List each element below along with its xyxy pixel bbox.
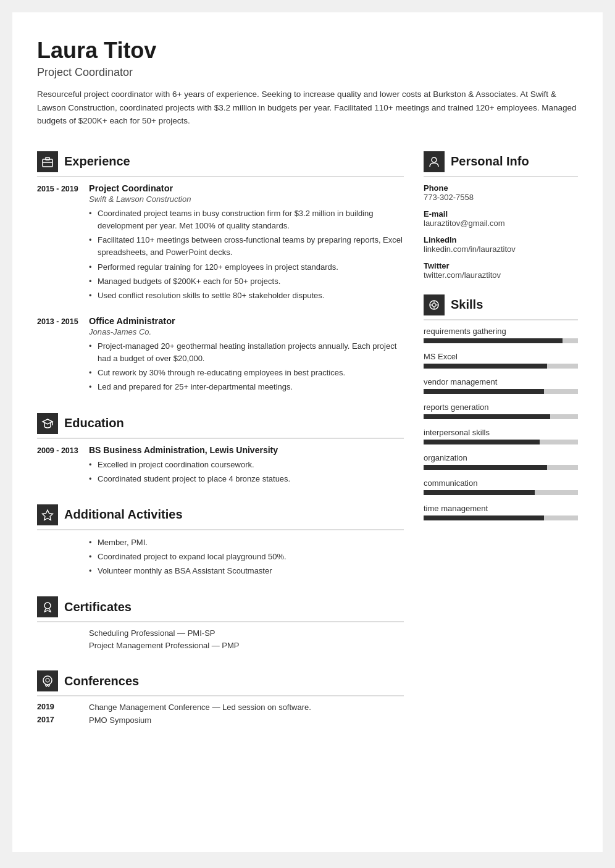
job-bullets-1: Coordinated project teams in busy constr…: [89, 207, 404, 302]
skill-bar-bg: [424, 440, 578, 444]
personal-info-title: Personal Info: [451, 154, 529, 169]
skill-bar-bg: [424, 364, 578, 369]
activities-header: Additional Activities: [37, 504, 404, 530]
certificates-section: Certificates Scheduling Professional — P…: [37, 596, 404, 653]
cert-item-2: Project Management Professional — PMP: [89, 641, 404, 650]
svg-marker-5: [43, 510, 53, 520]
skill-name: time management: [424, 504, 578, 513]
linkedin-label: LinkedIn: [424, 235, 578, 244]
phone-value: 773-302-7558: [424, 193, 578, 202]
skill-item-5: organization: [424, 453, 578, 470]
job-entry-2: 2013 - 2015 Office Administrator Jonas-J…: [37, 316, 404, 396]
experience-header: Experience: [37, 151, 404, 177]
email-label: E-mail: [424, 209, 578, 219]
svg-point-11: [432, 303, 436, 307]
conferences-section: Conferences 2019 Change Management Confe…: [37, 670, 404, 725]
skill-item-0: requirements gathering: [424, 327, 578, 343]
personal-info-section: Personal Info Phone 773-302-7558 E-mail …: [424, 151, 578, 280]
skill-name: interpersonal skills: [424, 428, 578, 437]
email-value: lauraztitov@gmail.com: [424, 219, 578, 228]
linkedin-value: linkedin.com/in/lauraztitov: [424, 244, 578, 254]
skill-bar-fill: [424, 389, 544, 394]
skill-bar-fill: [424, 364, 547, 369]
experience-title: Experience: [64, 154, 130, 169]
conf-year-2: 2017: [37, 716, 79, 725]
experience-section: Experience 2015 - 2019 Project Coordinat…: [37, 151, 404, 396]
skill-bar-fill: [424, 414, 550, 419]
candidate-summary: Resourceful project coordinator with 6+ …: [37, 88, 578, 128]
conf-text-1: Change Management Conference — Led sessi…: [89, 703, 311, 712]
bullet: Managed budgets of $200K+ each for 50+ p…: [89, 275, 404, 288]
job-title-1: Project Coordinator: [89, 183, 404, 193]
svg-rect-1: [46, 157, 49, 160]
skill-bar-bg: [424, 515, 578, 520]
personal-info-header: Personal Info: [424, 151, 578, 177]
edu-content-1: BS Business Administration, Lewis Univer…: [89, 445, 404, 487]
twitter-label: Twitter: [424, 261, 578, 270]
skills-header: Skills: [424, 294, 578, 320]
cert-item-1: Scheduling Professional — PMI-SP: [89, 628, 404, 638]
bullet: Coordinated project teams in busy constr…: [89, 207, 404, 232]
job-entry-1: 2015 - 2019 Project Coordinator Swift & …: [37, 183, 404, 304]
skill-bar-fill: [424, 465, 547, 470]
skill-name: vendor management: [424, 377, 578, 386]
phone-label: Phone: [424, 183, 578, 193]
conferences-header: Conferences: [37, 670, 404, 696]
skill-item-4: interpersonal skills: [424, 428, 578, 444]
skill-bar-fill: [424, 440, 540, 444]
certificates-icon: [37, 596, 58, 617]
conferences-title: Conferences: [64, 674, 139, 688]
skills-title: Skills: [451, 298, 483, 312]
experience-icon: [37, 151, 58, 172]
twitter-value: twitter.com/lauraztitov: [424, 270, 578, 280]
skills-icon: [424, 294, 445, 315]
job-company-1: Swift & Lawson Construction: [89, 194, 404, 204]
skill-bar-bg: [424, 490, 578, 495]
personal-info-linkedin: LinkedIn linkedin.com/in/lauraztitov: [424, 235, 578, 254]
personal-info-email: E-mail lauraztitov@gmail.com: [424, 209, 578, 228]
skill-bar-bg: [424, 338, 578, 343]
conferences-icon: [37, 670, 58, 691]
svg-point-9: [432, 157, 437, 162]
left-column: Experience 2015 - 2019 Project Coordinat…: [37, 151, 404, 742]
bullet: Facilitated 110+ meetings between cross-…: [89, 234, 404, 259]
job-dates-2: 2013 - 2015: [37, 316, 79, 396]
bullet: Coordinated student project to place 4 b…: [89, 473, 404, 485]
certificates-title: Certificates: [64, 600, 132, 614]
candidate-name: Laura Titov: [37, 37, 578, 64]
conf-entry-2: 2017 PMO Symposium: [37, 716, 404, 725]
skill-item-6: communication: [424, 478, 578, 495]
skill-item-3: reports generation: [424, 403, 578, 419]
skill-item-7: time management: [424, 504, 578, 520]
activities-icon: [37, 504, 58, 525]
svg-rect-0: [43, 159, 52, 167]
personal-info-phone: Phone 773-302-7558: [424, 183, 578, 202]
job-bullets-2: Project-managed 20+ geothermal heating i…: [89, 340, 404, 394]
job-company-2: Jonas-James Co.: [89, 327, 404, 336]
skills-section: Skills requirements gathering MS Excel v…: [424, 294, 578, 520]
skill-bar-bg: [424, 465, 578, 470]
job-content-2: Office Administrator Jonas-James Co. Pro…: [89, 316, 404, 396]
svg-point-8: [46, 678, 49, 682]
skill-bar-bg: [424, 414, 578, 419]
education-section: Education 2009 - 2013 BS Business Admini…: [37, 413, 404, 487]
bullet: Excelled in project coordination coursew…: [89, 459, 404, 471]
resume-container: Laura Titov Project Coordinator Resource…: [12, 12, 603, 852]
edu-dates-1: 2009 - 2013: [37, 445, 79, 487]
certificates-header: Certificates: [37, 596, 404, 622]
education-title: Education: [64, 416, 124, 430]
right-column: Personal Info Phone 773-302-7558 E-mail …: [424, 151, 578, 742]
conf-entry-1: 2019 Change Management Conference — Led …: [37, 703, 404, 712]
activities-entry: Member, PMI. Coordinated project to expa…: [37, 536, 404, 579]
edu-entry-1: 2009 - 2013 BS Business Administration, …: [37, 445, 404, 487]
conf-text-2: PMO Symposium: [89, 716, 151, 725]
skill-name: communication: [424, 478, 578, 488]
skill-name: reports generation: [424, 403, 578, 412]
skill-bar-fill: [424, 515, 544, 520]
skill-name: requirements gathering: [424, 327, 578, 336]
edu-bullets-1: Excelled in project coordination coursew…: [89, 459, 404, 485]
bullet: Used conflict resolution skills to settl…: [89, 290, 404, 302]
bullet: Led and prepared for 25+ inter-departmen…: [89, 381, 404, 393]
header-section: Laura Titov Project Coordinator Resource…: [37, 37, 578, 128]
skill-item-1: MS Excel: [424, 352, 578, 369]
